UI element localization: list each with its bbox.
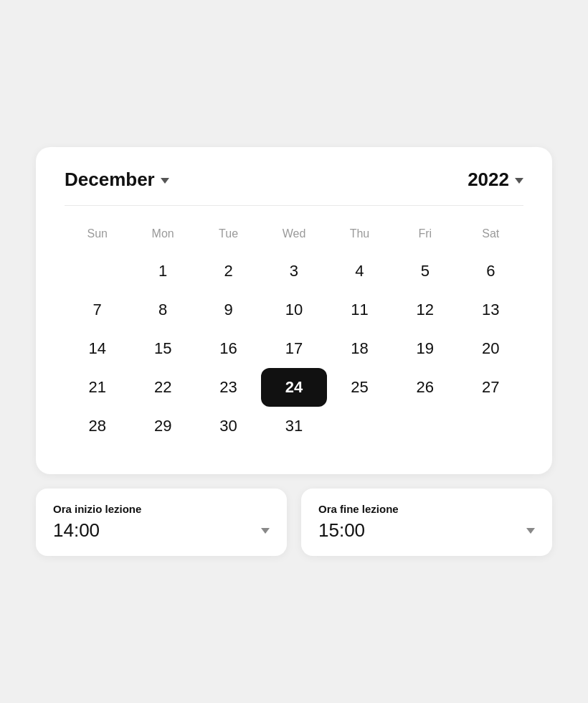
day-cell-12[interactable]: 12: [392, 291, 457, 329]
calendar-grid: SunMonTueWedThuFriSat1234567891011121314…: [65, 220, 523, 445]
day-cell-20[interactable]: 20: [458, 329, 523, 368]
day-cell-28[interactable]: 28: [65, 407, 130, 445]
day-cell-18[interactable]: 18: [327, 329, 392, 368]
day-cell-11[interactable]: 11: [327, 291, 392, 329]
month-label: December: [65, 169, 155, 191]
day-cell-17[interactable]: 17: [261, 329, 326, 368]
day-cell-22[interactable]: 22: [130, 368, 195, 407]
time-end-value: 15:00: [318, 519, 365, 542]
day-cell-3[interactable]: 3: [261, 252, 326, 291]
day-cell-4[interactable]: 4: [327, 252, 392, 291]
day-cell-29[interactable]: 29: [130, 407, 195, 445]
day-cell-26[interactable]: 26: [392, 368, 457, 407]
time-end-card[interactable]: Ora fine lezione 15:00: [301, 489, 552, 556]
day-header-thu: Thu: [327, 220, 392, 252]
day-cell-1[interactable]: 1: [130, 252, 195, 291]
day-header-mon: Mon: [130, 220, 195, 252]
day-cell-13[interactable]: 13: [458, 291, 523, 329]
day-cell-8[interactable]: 8: [130, 291, 195, 329]
day-cell-25[interactable]: 25: [327, 368, 392, 407]
day-header-sat: Sat: [458, 220, 523, 252]
year-label: 2022: [468, 169, 509, 191]
main-container: December 2022 SunMonTueWedThuFriSat12345…: [36, 147, 552, 556]
time-start-value: 14:00: [53, 519, 100, 542]
day-cell-31[interactable]: 31: [261, 407, 326, 445]
day-cell-7[interactable]: 7: [65, 291, 130, 329]
time-end-value-row: 15:00: [318, 519, 535, 542]
day-header-wed: Wed: [261, 220, 326, 252]
day-cell-empty: [392, 407, 457, 445]
year-chevron-icon: [515, 178, 523, 184]
day-cell-23[interactable]: 23: [196, 368, 261, 407]
calendar-card: December 2022 SunMonTueWedThuFriSat12345…: [36, 147, 552, 474]
day-cell-5[interactable]: 5: [392, 252, 457, 291]
day-cell-16[interactable]: 16: [196, 329, 261, 368]
day-cell-14[interactable]: 14: [65, 329, 130, 368]
day-cell-10[interactable]: 10: [261, 291, 326, 329]
day-cell-empty: [327, 407, 392, 445]
time-start-label: Ora inizio lezione: [53, 503, 270, 515]
day-cell-19[interactable]: 19: [392, 329, 457, 368]
time-end-label: Ora fine lezione: [318, 503, 535, 515]
calendar-header: December 2022: [65, 169, 523, 206]
day-cell-24[interactable]: 24: [261, 368, 326, 407]
month-selector[interactable]: December: [65, 169, 169, 191]
time-start-value-row: 14:00: [53, 519, 270, 542]
time-start-card[interactable]: Ora inizio lezione 14:00: [36, 489, 287, 556]
day-cell-empty: [65, 252, 130, 291]
day-header-sun: Sun: [65, 220, 130, 252]
month-chevron-icon: [161, 178, 169, 184]
day-cell-9[interactable]: 9: [196, 291, 261, 329]
day-cell-15[interactable]: 15: [130, 329, 195, 368]
day-cell-21[interactable]: 21: [65, 368, 130, 407]
time-start-chevron-icon: [261, 528, 270, 534]
day-header-tue: Tue: [196, 220, 261, 252]
year-selector[interactable]: 2022: [468, 169, 523, 191]
day-cell-27[interactable]: 27: [458, 368, 523, 407]
day-header-fri: Fri: [392, 220, 457, 252]
time-end-chevron-icon: [526, 528, 535, 534]
day-cell-30[interactable]: 30: [196, 407, 261, 445]
time-row: Ora inizio lezione 14:00 Ora fine lezion…: [36, 489, 552, 556]
day-cell-empty: [458, 407, 523, 445]
day-cell-6[interactable]: 6: [458, 252, 523, 291]
day-cell-2[interactable]: 2: [196, 252, 261, 291]
